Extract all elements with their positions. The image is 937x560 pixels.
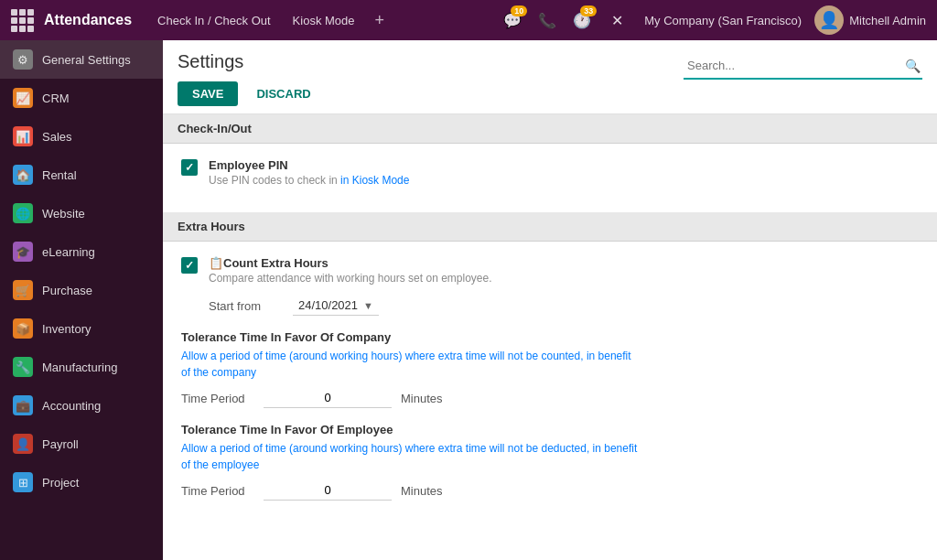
search-input[interactable] bbox=[684, 55, 903, 76]
section-extra-hours-header: Extra Hours bbox=[163, 212, 937, 242]
website-icon: 🌐 bbox=[13, 203, 33, 223]
employee-pin-label: Employee PIN bbox=[209, 158, 409, 172]
checkin-section-body: Employee PIN Use PIN codes to check in i… bbox=[163, 144, 937, 212]
sales-icon: 📊 bbox=[13, 126, 33, 146]
elearning-icon: 🎓 bbox=[13, 242, 33, 262]
employee-pin-checkbox[interactable] bbox=[181, 159, 198, 176]
general-settings-icon: ⚙ bbox=[13, 49, 33, 70]
start-from-value: 24/10/2021 bbox=[298, 298, 358, 312]
crm-icon: 📈 bbox=[13, 88, 33, 108]
date-dropdown-arrow: ▼ bbox=[363, 300, 373, 311]
sidebar-item-purchase[interactable]: 🛒 Purchase bbox=[0, 271, 163, 309]
rental-icon: 🏠 bbox=[13, 165, 33, 185]
clock-icon[interactable]: 🕐 33 bbox=[567, 5, 597, 35]
payroll-icon: 👤 bbox=[13, 434, 33, 454]
start-from-row: Start from 24/10/2021 ▼ bbox=[209, 296, 919, 316]
sidebar-item-accounting[interactable]: 💼 Accounting bbox=[0, 386, 163, 425]
action-buttons: SAVE DISCARD bbox=[178, 81, 922, 106]
sidebar-item-elearning[interactable]: 🎓 eLearning bbox=[0, 232, 163, 271]
sidebar-label-crm: CRM bbox=[42, 92, 70, 105]
messages-icon[interactable]: 💬 10 bbox=[498, 5, 527, 35]
phone-icon[interactable]: 📞 bbox=[533, 5, 562, 35]
employee-pin-row: Employee PIN Use PIN codes to check in i… bbox=[181, 158, 919, 187]
sidebar-label-general-settings: General Settings bbox=[42, 53, 131, 67]
employee-pin-desc: Use PIN codes to check in in Kiosk Mode bbox=[209, 174, 409, 187]
main-content: Settings 🔍 SAVE DISCARD Check-In/Out Emp… bbox=[163, 40, 937, 560]
count-extra-hours-row: 📋Count Extra Hours Compare attendance wi… bbox=[181, 256, 919, 285]
sidebar-label-purchase: Purchase bbox=[42, 284, 92, 297]
page-layout: ⚙ General Settings 📈 CRM 📊 Sales 🏠 Renta… bbox=[0, 40, 937, 560]
sidebar-item-project[interactable]: ⊞ Project bbox=[0, 463, 163, 501]
tolerance-company-title: Tolerance Time In Favor Of Company bbox=[181, 330, 919, 344]
tolerance-company-section: Tolerance Time In Favor Of Company Allow… bbox=[181, 330, 919, 408]
top-navigation: Attendances Check In / Check Out Kiosk M… bbox=[0, 0, 937, 40]
tolerance-employee-input-row: Time Period Minutes bbox=[181, 480, 919, 501]
tolerance-company-input[interactable] bbox=[264, 388, 392, 408]
search-icon[interactable]: 🔍 bbox=[903, 57, 922, 75]
grid-menu-icon[interactable] bbox=[11, 9, 33, 31]
app-title: Attendances bbox=[44, 12, 132, 28]
user-name: Mitchell Admin bbox=[849, 14, 926, 27]
clock-badge: 33 bbox=[580, 5, 597, 16]
start-from-select[interactable]: 24/10/2021 ▼ bbox=[293, 296, 379, 316]
tolerance-employee-time-label: Time Period bbox=[181, 484, 254, 498]
accounting-icon: 💼 bbox=[13, 395, 33, 415]
count-extra-hours-label: 📋Count Extra Hours bbox=[209, 256, 492, 270]
sidebar-label-elearning: eLearning bbox=[42, 245, 95, 259]
start-from-label: Start from bbox=[209, 299, 282, 313]
purchase-icon: 🛒 bbox=[13, 280, 33, 300]
count-extra-hours-desc: Compare attendance with working hours se… bbox=[209, 272, 492, 285]
tolerance-employee-desc: Allow a period of time (around working h… bbox=[181, 440, 639, 473]
tolerance-employee-title: Tolerance Time In Favor Of Employee bbox=[181, 423, 919, 436]
employee-pin-content: Employee PIN Use PIN codes to check in i… bbox=[209, 158, 409, 187]
discard-button[interactable]: DISCARD bbox=[245, 81, 321, 106]
sidebar-item-general-settings[interactable]: ⚙ General Settings bbox=[0, 40, 163, 79]
tolerance-company-input-row: Time Period Minutes bbox=[181, 388, 919, 408]
sidebar-label-project: Project bbox=[42, 476, 79, 490]
sidebar-item-crm[interactable]: 📈 CRM bbox=[0, 79, 163, 117]
page-title: Settings bbox=[178, 51, 243, 72]
count-extra-hours-checkbox[interactable] bbox=[181, 257, 198, 274]
sidebar: ⚙ General Settings 📈 CRM 📊 Sales 🏠 Renta… bbox=[0, 40, 163, 560]
save-button[interactable]: SAVE bbox=[178, 81, 238, 106]
add-nav-icon[interactable]: + bbox=[370, 11, 391, 30]
avatar[interactable]: 👤 bbox=[814, 5, 844, 35]
manufacturing-icon: 🔧 bbox=[13, 357, 33, 377]
tolerance-employee-input[interactable] bbox=[264, 480, 392, 501]
count-extra-hours-icon: 📋 bbox=[209, 256, 223, 270]
sidebar-item-inventory[interactable]: 📦 Inventory bbox=[0, 309, 163, 348]
sidebar-label-payroll: Payroll bbox=[42, 437, 79, 451]
nav-checkin[interactable]: Check In / Check Out bbox=[150, 10, 278, 31]
sidebar-item-website[interactable]: 🌐 Website bbox=[0, 194, 163, 232]
content-area: Check-In/Out Employee PIN Use PIN codes … bbox=[163, 114, 937, 560]
nav-icons: 💬 10 📞 🕐 33 ✕ My Company (San Francisco)… bbox=[498, 5, 926, 35]
close-icon[interactable]: ✕ bbox=[602, 5, 631, 35]
kiosk-mode-link[interactable]: in Kiosk Mode bbox=[340, 174, 409, 187]
tolerance-employee-unit: Minutes bbox=[401, 484, 443, 498]
inventory-icon: 📦 bbox=[13, 318, 33, 339]
company-name[interactable]: My Company (San Francisco) bbox=[637, 14, 809, 27]
sidebar-item-payroll[interactable]: 👤 Payroll bbox=[0, 425, 163, 463]
project-icon: ⊞ bbox=[13, 472, 33, 492]
sidebar-label-rental: Rental bbox=[42, 168, 77, 182]
sidebar-label-manufacturing: Manufacturing bbox=[42, 361, 117, 374]
sidebar-label-website: Website bbox=[42, 207, 85, 221]
settings-header: Settings 🔍 SAVE DISCARD bbox=[163, 40, 937, 114]
section-checkin-header: Check-In/Out bbox=[163, 114, 937, 144]
tolerance-company-desc: Allow a period of time (around working h… bbox=[181, 348, 639, 381]
sidebar-label-accounting: Accounting bbox=[42, 399, 101, 413]
sidebar-label-inventory: Inventory bbox=[42, 322, 91, 336]
sidebar-item-rental[interactable]: 🏠 Rental bbox=[0, 156, 163, 194]
count-extra-hours-content: 📋Count Extra Hours Compare attendance wi… bbox=[209, 256, 492, 285]
messages-badge: 10 bbox=[511, 5, 527, 16]
nav-kiosk[interactable]: Kiosk Mode bbox=[285, 10, 362, 31]
sidebar-item-manufacturing[interactable]: 🔧 Manufacturing bbox=[0, 348, 163, 386]
tolerance-company-time-label: Time Period bbox=[181, 392, 254, 405]
tolerance-employee-section: Tolerance Time In Favor Of Employee Allo… bbox=[181, 423, 919, 501]
sidebar-label-sales: Sales bbox=[42, 130, 72, 144]
tolerance-company-unit: Minutes bbox=[401, 392, 443, 405]
extra-hours-section-body: 📋Count Extra Hours Compare attendance wi… bbox=[163, 242, 937, 530]
sidebar-item-sales[interactable]: 📊 Sales bbox=[0, 117, 163, 156]
